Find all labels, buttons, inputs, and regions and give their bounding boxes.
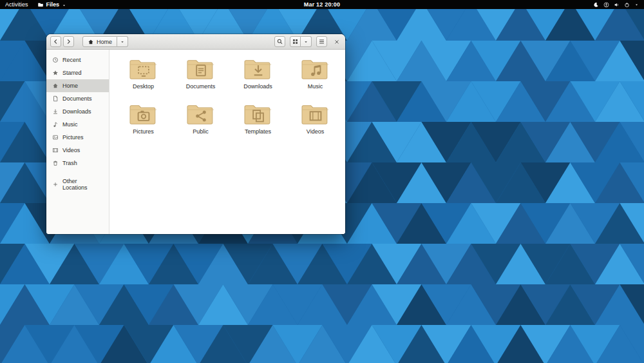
folder-music[interactable]: Music xyxy=(287,56,344,101)
folder-downloads[interactable]: Downloads xyxy=(229,56,287,101)
file-browser-area: Desktop Documents Downloads Music Pictur… xyxy=(109,50,345,234)
downloads-emblem-icon xyxy=(242,56,275,83)
sidebar-item-label: Documents xyxy=(62,95,92,102)
sidebar-item-documents[interactable]: Documents xyxy=(46,92,109,105)
activities-label: Activities xyxy=(5,1,28,8)
close-icon xyxy=(334,39,340,45)
sidebar-item-label: Music xyxy=(62,121,78,128)
sidebar-item-downloads[interactable]: Downloads xyxy=(46,105,109,118)
search-button[interactable] xyxy=(274,36,285,47)
forward-button[interactable] xyxy=(63,36,74,47)
chevron-right-icon xyxy=(65,38,72,45)
folder-label: Desktop xyxy=(133,83,154,90)
sidebar-item-label: Recent xyxy=(62,57,81,63)
power-icon xyxy=(624,2,630,8)
templates-emblem-icon xyxy=(242,101,275,128)
public-emblem-icon xyxy=(184,101,218,128)
folder-public[interactable]: Public xyxy=(172,101,229,146)
trash-icon xyxy=(52,160,59,166)
folder-templates[interactable]: Templates xyxy=(229,101,287,146)
folder-label: Documents xyxy=(186,83,216,90)
sidebar-item-label: Downloads xyxy=(62,108,91,115)
hamburger-menu-icon xyxy=(318,38,325,45)
folder-label: Music xyxy=(308,83,323,90)
menu-button[interactable] xyxy=(316,36,327,47)
sidebar-item-starred[interactable]: Starred xyxy=(46,66,109,79)
star-icon xyxy=(52,70,59,76)
view-options-button[interactable] xyxy=(301,36,312,47)
location-label: Home xyxy=(97,39,112,45)
window-body: RecentStarredHomeDocumentsDownloadsMusic… xyxy=(46,50,345,234)
back-button[interactable] xyxy=(50,36,61,47)
sidebar-item-label: Other Locations xyxy=(62,178,103,191)
sidebar-item-recent[interactable]: Recent xyxy=(46,54,109,66)
plus-icon xyxy=(52,181,59,188)
folder-label: Public xyxy=(193,128,209,135)
download-icon xyxy=(52,108,59,115)
app-menu-label: Files xyxy=(46,1,60,8)
grid-view-icon xyxy=(292,38,299,45)
home-icon xyxy=(52,83,59,89)
document-icon xyxy=(52,95,59,102)
sidebar-item-label: Videos xyxy=(62,147,80,153)
videos-emblem-icon xyxy=(299,101,332,128)
music-icon xyxy=(52,121,59,128)
photo-icon xyxy=(52,134,59,141)
chevron-left-icon xyxy=(52,38,59,45)
close-button[interactable] xyxy=(332,36,341,47)
sidebar: RecentStarredHomeDocumentsDownloadsMusic… xyxy=(46,50,109,234)
sidebar-item-home[interactable]: Home xyxy=(46,79,109,92)
header-bar: Home xyxy=(46,34,345,50)
folder-label: Pictures xyxy=(133,128,154,135)
folder-pictures[interactable]: Pictures xyxy=(115,101,172,146)
folder-label: Downloads xyxy=(243,83,272,90)
sidebar-item-trash[interactable]: Trash xyxy=(46,157,109,170)
music-emblem-icon xyxy=(299,56,332,83)
sidebar-item-label: Trash xyxy=(62,160,77,166)
activities-button[interactable]: Activities xyxy=(5,1,28,8)
chevron-down-icon xyxy=(120,39,125,44)
location-button[interactable]: Home xyxy=(82,36,117,47)
home-icon xyxy=(88,39,94,45)
folder-videos[interactable]: Videos xyxy=(287,101,344,146)
chevron-down-icon xyxy=(62,3,66,7)
folder-label: Videos xyxy=(307,128,324,135)
accessibility-person-icon xyxy=(603,2,609,8)
sidebar-item-videos[interactable]: Videos xyxy=(46,144,109,157)
folder-label: Templates xyxy=(245,128,271,135)
folder-desktop[interactable]: Desktop xyxy=(115,56,172,101)
clock-icon xyxy=(52,57,59,63)
chevron-down-icon xyxy=(634,3,639,7)
files-app-icon xyxy=(37,1,44,8)
search-icon xyxy=(276,38,283,45)
icon-view-button[interactable] xyxy=(290,36,301,47)
folder-documents[interactable]: Documents xyxy=(172,56,229,101)
sidebar-item-other-locations[interactable]: Other Locations xyxy=(46,178,109,191)
sidebar-item-music[interactable]: Music xyxy=(46,118,109,131)
app-menu-button[interactable]: Files xyxy=(37,1,67,8)
speaker-icon xyxy=(614,2,620,8)
video-icon xyxy=(52,147,59,153)
clock-button[interactable]: Mar 12 20:00 xyxy=(304,1,340,8)
folder-grid: Desktop Documents Downloads Music Pictur… xyxy=(115,56,345,146)
path-bar: Home xyxy=(82,36,128,47)
sidebar-item-label: Home xyxy=(62,83,78,89)
sidebar-item-label: Pictures xyxy=(62,134,84,141)
files-window: Home RecentStarredHomeDocumentsDownloads… xyxy=(46,34,345,234)
desktop-emblem-icon xyxy=(127,56,160,83)
sidebar-item-pictures[interactable]: Pictures xyxy=(46,131,109,144)
top-bar: Activities Files Mar 12 20:00 xyxy=(0,0,644,9)
documents-emblem-icon xyxy=(184,56,218,83)
moon-icon xyxy=(593,2,599,8)
system-menu-button[interactable] xyxy=(593,2,639,8)
chevron-down-icon xyxy=(303,39,308,44)
view-switcher xyxy=(290,36,312,47)
location-dropdown-button[interactable] xyxy=(117,36,128,47)
sidebar-item-label: Starred xyxy=(62,70,82,76)
pictures-emblem-icon xyxy=(127,101,160,128)
